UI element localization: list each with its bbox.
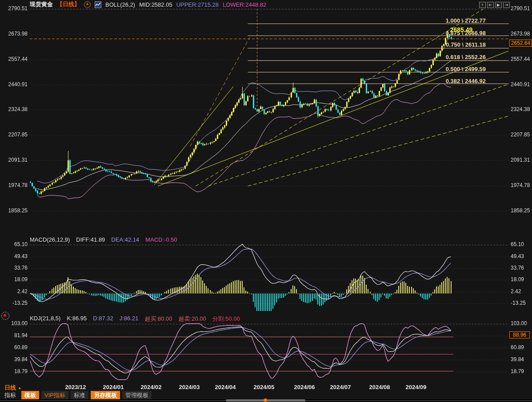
footer-tab-6[interactable]: 管理模板 xyxy=(122,391,152,400)
fit-width-button[interactable]: ⇤ xyxy=(487,2,494,8)
axis-label: 81.94 xyxy=(0,332,28,338)
macd-title: MACD(26,12,9) xyxy=(30,236,70,243)
axis-label: 33.76 xyxy=(511,265,532,271)
kdj-split-value: 分割:50.00 xyxy=(212,315,240,323)
swing-high-label: 2685.49 xyxy=(450,26,473,33)
axis-label: 2024/04 xyxy=(215,384,236,390)
axis-label: 2557.44 xyxy=(511,56,532,62)
jump-latest-button[interactable]: ⇥ xyxy=(503,2,510,8)
bottom-strip xyxy=(0,399,532,402)
axis-label: 2024/06 xyxy=(294,384,315,390)
axis-label: 2024/08 xyxy=(369,384,390,390)
footer-tab-3[interactable]: VIP指标 xyxy=(41,391,68,400)
chart-application: 现货黄金 【日线】 + BOLL(26,2) MID:2582.05 UPPER… xyxy=(0,0,532,402)
axis-label: 49.43 xyxy=(0,253,28,259)
axis-label: 2024/03 xyxy=(179,384,200,390)
boll-indicator-name: BOLL(26,2) xyxy=(105,1,135,8)
axis-label: 2324.38 xyxy=(511,106,532,112)
kdj-j-value: J:86.21 xyxy=(120,315,139,323)
kdj-value-box: 88.96 xyxy=(509,331,530,338)
axis-label: 103.00 xyxy=(511,320,532,326)
mini-chart-icon xyxy=(95,1,101,8)
macd-diff-value: DIFF:41.89 xyxy=(76,236,105,243)
axis-label: 2557.44 xyxy=(0,56,28,62)
axis-label: 65.10 xyxy=(0,241,28,247)
macd-hist-value: MACD:-0.50 xyxy=(145,236,177,243)
boll-lower-value: LOWER:2448.82 xyxy=(223,1,266,8)
axis-label: 60.89 xyxy=(511,344,532,350)
footer-tabs: 指标模板VIP指标标准另存模板管理模板 xyxy=(1,391,152,399)
axis-label: 60.89 xyxy=(0,344,28,350)
axis-label: 49.43 xyxy=(511,253,532,259)
x-axis-month-labels: 2023/122024/012024/022024/032024/042024/… xyxy=(0,384,532,391)
footer-tab-2[interactable]: 模板 xyxy=(21,391,39,400)
axis-label: 2091.31 xyxy=(511,157,532,163)
scrollbar-knob-icon[interactable] xyxy=(264,398,267,402)
chart-header: 现货黄金 【日线】 + BOLL(26,2) MID:2582.05 UPPER… xyxy=(30,0,266,8)
axis-label: 2207.85 xyxy=(0,131,28,138)
axis-label: 2790.51 xyxy=(0,5,28,12)
axis-label: 1858.25 xyxy=(0,207,28,214)
axis-label: 18.09 xyxy=(0,276,28,283)
add-indicator-icon[interactable]: + xyxy=(84,1,91,8)
axis-label: 2.42 xyxy=(511,288,532,295)
kdj-header: KDJ(21,8,5) K:86.95 D:87.32 J:86.21 超买:8… xyxy=(30,315,240,323)
axis-label: 33.76 xyxy=(0,265,28,271)
axis-label: 2024/07 xyxy=(330,384,351,390)
axis-label: 2324.38 xyxy=(0,106,28,112)
kdj-d-value: D:87.32 xyxy=(93,315,113,323)
kdj-overbought-value: 超买:80.00 xyxy=(144,315,172,323)
axis-label: 2440.91 xyxy=(0,81,28,88)
footer-tab-5[interactable]: 另存模板 xyxy=(91,391,120,400)
macd-header: MACD(26,12,9) DIFF:41.89 DEA:42.14 MACD:… xyxy=(30,236,177,243)
chevron-up-icon: ▲ xyxy=(18,386,22,390)
axis-label: 103.00 xyxy=(0,320,28,326)
axis-label: 65.10 xyxy=(511,241,532,247)
axis-label: 2.42 xyxy=(0,288,28,295)
playback-button[interactable]: ▶ xyxy=(495,2,502,8)
axis-label: 2790.51 xyxy=(511,5,532,12)
axis-label: 2023/12 xyxy=(65,384,86,390)
last-price-box: 2652.64 xyxy=(509,40,532,47)
period-label: 日线 xyxy=(4,384,16,391)
axis-label: 2673.98 xyxy=(0,31,28,37)
axis-label: 2024/02 xyxy=(141,384,162,390)
axis-label: 18.09 xyxy=(511,276,532,283)
kdj-title: KDJ(21,8,5) xyxy=(30,315,60,323)
axis-label: -13.25 xyxy=(511,300,532,306)
axis-label: 39.84 xyxy=(511,356,532,362)
chart-toolbar: + ⇤ ▶ ⇥ xyxy=(479,2,510,8)
axis-label: 18.79 xyxy=(0,368,28,374)
period-tag: 【日线】 xyxy=(57,0,80,8)
macd-dea-value: DEA:42.14 xyxy=(111,236,139,243)
kdj-oversold-value: 超卖:20.00 xyxy=(179,315,206,323)
boll-mid-value: MID:2582.05 xyxy=(139,1,172,8)
symbol-name: 现货黄金 xyxy=(30,0,53,8)
axis-label: 2024/05 xyxy=(254,384,275,390)
footer-tab-1[interactable]: 指标 xyxy=(1,391,19,400)
record-marker-icon[interactable] xyxy=(1,312,9,320)
axis-label: 2440.91 xyxy=(511,81,532,88)
footer-tab-4[interactable]: 标准 xyxy=(71,391,88,400)
axis-label: 2673.98 xyxy=(511,31,532,37)
axis-label: -13.25 xyxy=(0,300,28,306)
axis-label: 39.84 xyxy=(0,356,28,362)
axis-label: 1858.25 xyxy=(511,207,532,214)
axis-label: 18.79 xyxy=(511,368,532,374)
axis-label: 1974.78 xyxy=(0,182,28,188)
kdj-k-value: K:86.95 xyxy=(67,315,87,323)
axis-label: 2207.85 xyxy=(511,131,532,138)
axis-label: 2024/09 xyxy=(406,384,427,390)
crosshair-tool-button[interactable]: + xyxy=(479,2,486,8)
axis-label: 2024/01 xyxy=(103,384,124,390)
axis-label: 1974.78 xyxy=(511,182,532,188)
price-chart-canvas[interactable] xyxy=(0,0,532,402)
boll-upper-value: UPPER:2715.28 xyxy=(176,1,219,8)
axis-label: 2091.31 xyxy=(0,157,28,163)
